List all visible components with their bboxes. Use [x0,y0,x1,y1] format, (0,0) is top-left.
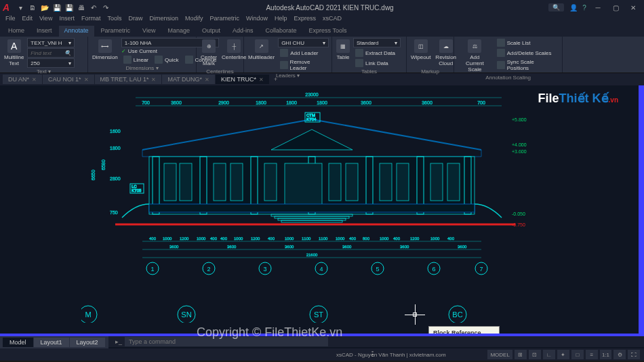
add-tab-button[interactable]: + [270,76,281,83]
menu-parametric[interactable]: Parametric [210,15,240,26]
svg-rect-29 [264,163,277,201]
drawing-canvas[interactable]: 23000 700 3600 2900 1800 1800 1800 3600 … [0,85,644,336]
find-text-field[interactable]: Find text🔍 [27,48,75,58]
tab-addins[interactable]: Add-ins [227,26,259,37]
svg-rect-27 [214,163,226,201]
pickbox-cursor [413,313,417,317]
menu-modify[interactable]: Modify [185,15,203,26]
add-leader-button[interactable]: Add Leader [278,48,329,58]
leader-style-dropdown[interactable]: GHI CHU▾ [278,38,329,47]
help-search[interactable]: 🔍 [548,3,564,12]
watermark-logo: FileThiết Kế.vn [538,91,618,106]
close-button[interactable]: ✕ [625,1,641,14]
doc-tab[interactable]: DU AN*✕ [3,75,42,84]
polar-toggle-icon[interactable]: ✦ [557,350,569,359]
scale-list-button[interactable]: Scale List [495,38,559,47]
plot-icon[interactable]: 🖶 [76,2,87,13]
group-title[interactable]: Dimensions ▾ [91,64,193,72]
add-scale-button[interactable]: ⚖Add Current Scale [457,38,493,74]
doc-tab[interactable]: MB TRET, LAU 1*✕ [95,75,162,84]
dimension-button[interactable]: ⟷ Dimension [91,38,119,62]
lineweight-toggle-icon[interactable]: ≡ [586,350,598,359]
ribbon-group-text: A Multiline Text TEXT_VNI H▾ Find text🔍 … [0,37,88,73]
menu-draw[interactable]: Draw [128,15,142,26]
qat-menu-icon[interactable]: ▾ [15,2,26,13]
layout-tab[interactable]: Layout2 [70,338,105,347]
menu-xscad[interactable]: xsCAD [323,15,342,26]
layout-tab[interactable]: Layout1 [34,338,69,347]
menu-dimension[interactable]: Dimension [149,15,178,26]
redo-icon[interactable]: ↷ [100,2,111,13]
table-button[interactable]: ▦Table [335,38,351,62]
scale-display[interactable]: 1:1 [600,350,611,359]
tab-express[interactable]: Express Tools [304,26,353,37]
close-icon[interactable]: ✕ [32,77,37,83]
multiline-text-button[interactable]: A Multiline Text [3,38,25,68]
menu-help[interactable]: Help [275,15,287,26]
close-icon[interactable]: ✕ [84,77,89,83]
menu-format[interactable]: Format [81,15,101,26]
text-style-dropdown[interactable]: TEXT_VNI H▾ [27,38,75,47]
add-delete-scales-button[interactable]: Add/Delete Scales [495,48,559,58]
tab-view[interactable]: View [137,26,161,37]
gear-icon[interactable]: ⚙ [613,350,626,359]
help-icon[interactable]: ? [579,2,590,13]
multileader-button[interactable]: ↗Multileader [247,38,276,62]
svg-text:1200: 1200 [410,237,420,241]
search-icon: 🔍 [64,50,71,56]
svg-text:3600: 3600 [171,100,182,105]
maximize-button[interactable]: ▢ [607,1,624,14]
ortho-toggle-icon[interactable]: ∟ [543,350,555,359]
menu-insert[interactable]: Insert [59,15,75,26]
grid-toggle-icon[interactable]: ⊞ [515,350,527,359]
close-icon[interactable]: ✕ [151,77,156,83]
table-style-dropdown[interactable]: Standard▾ [353,38,401,47]
tab-parametric[interactable]: Parametric [96,26,136,37]
menu-window[interactable]: Window [246,15,268,26]
fullscreen-icon[interactable]: ⛶ [628,350,640,359]
close-icon[interactable]: ✕ [259,77,264,83]
undo-icon[interactable]: ↶ [88,2,99,13]
tab-manage[interactable]: Manage [162,26,195,37]
quick-access-toolbar: ▾ 🗎 📂 💾 💾 🖶 ↶ ↷ [15,2,111,13]
open-icon[interactable]: 📂 [39,2,50,13]
svg-text:M: M [85,310,91,319]
svg-text:KT05: KT05 [132,188,142,193]
menu-tools[interactable]: Tools [107,15,121,26]
menu-express[interactable]: Express [294,15,317,26]
osnap-toggle-icon[interactable]: □ [571,350,584,359]
saveas-icon[interactable]: 💾 [64,2,75,13]
wipeout-button[interactable]: ◫Wipeout [409,38,432,62]
quick-button[interactable]: Quick [153,55,180,64]
model-toggle[interactable]: MODEL [487,350,512,359]
doc-tab[interactable]: MAT DUNG*✕ [162,75,215,84]
svg-rect-41 [281,220,342,222]
signin-icon[interactable]: 👤 [568,2,579,13]
new-icon[interactable]: 🗎 [27,2,38,13]
minimize-button[interactable]: ─ [590,1,606,14]
doc-tab[interactable]: CAU NOI 1*✕ [43,75,94,84]
svg-text:700: 700 [142,100,150,105]
command-input[interactable] [125,337,328,346]
doc-tab[interactable]: KIEN TRUC*✕ [216,75,269,84]
menu-view[interactable]: View [39,15,52,26]
tab-output[interactable]: Output [197,26,226,37]
tab-insert[interactable]: Insert [31,26,58,37]
menu-edit[interactable]: Edit [22,15,33,26]
remove-leader-button[interactable]: Remove Leader [278,58,329,72]
text-height-field[interactable]: 250▾ [27,58,75,68]
sync-scale-button[interactable]: Sync Scale Positions [495,58,559,72]
tab-annotate[interactable]: Annotate [59,26,94,37]
tab-home[interactable]: Home [3,26,30,37]
link-data-button[interactable]: Link Data [353,58,401,68]
model-tab[interactable]: Model [3,338,33,347]
linear-button[interactable]: Linear [121,55,150,64]
snap-toggle-icon[interactable]: ⊡ [529,350,541,359]
close-icon[interactable]: ✕ [205,77,209,83]
extract-data-button[interactable]: Extract Data [353,48,401,58]
save-icon[interactable]: 💾 [52,2,62,13]
menu-file[interactable]: File [5,15,16,26]
centermark-button[interactable]: ⊕Center Mark [199,38,218,68]
svg-text:3600: 3600 [342,245,352,249]
tab-collaborate[interactable]: Collaborate [260,26,302,37]
